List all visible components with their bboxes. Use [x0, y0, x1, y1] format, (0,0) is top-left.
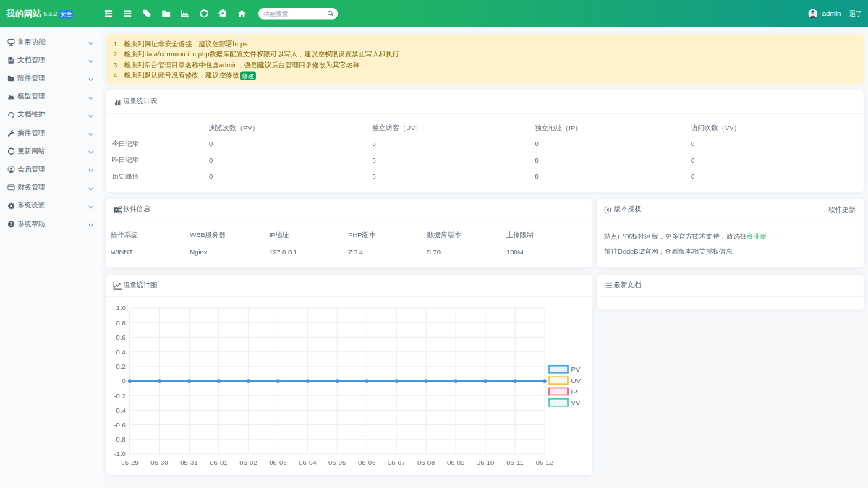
svg-text:06-03: 06-03	[269, 458, 286, 466]
svg-text:VV: VV	[571, 398, 581, 406]
svg-text:06-02: 06-02	[239, 458, 257, 466]
svg-text:05-30: 05-30	[150, 458, 168, 466]
svg-text:1.0: 1.0	[116, 304, 126, 312]
svg-text:0.8: 0.8	[116, 319, 126, 327]
svg-text:06-12: 06-12	[536, 458, 553, 466]
svg-text:06-07: 06-07	[388, 458, 405, 466]
svg-text:-0.2: -0.2	[114, 392, 125, 400]
svg-text:-0.4: -0.4	[114, 406, 126, 414]
svg-text:06-06: 06-06	[358, 458, 375, 466]
svg-text:06-10: 06-10	[477, 458, 494, 466]
svg-text:06-08: 06-08	[417, 458, 435, 466]
svg-text:PV: PV	[571, 365, 581, 373]
svg-text:06-05: 06-05	[328, 458, 346, 466]
svg-text:-0.6: -0.6	[114, 421, 125, 429]
svg-text:05-31: 05-31	[180, 458, 197, 466]
svg-text:0: 0	[122, 377, 126, 385]
svg-text:?: ?	[10, 221, 13, 226]
svg-text:06-01: 06-01	[210, 458, 227, 466]
svg-text:-0.8: -0.8	[114, 435, 125, 443]
svg-text:06-04: 06-04	[299, 458, 317, 466]
svg-text:06-09: 06-09	[447, 458, 464, 466]
svg-text:0.4: 0.4	[116, 348, 127, 356]
svg-text:0.2: 0.2	[116, 362, 126, 370]
svg-text:0.6: 0.6	[116, 333, 126, 341]
svg-text:-1.0: -1.0	[114, 450, 125, 458]
svg-text:IP: IP	[571, 388, 577, 395]
svg-text:UV: UV	[571, 377, 581, 385]
svg-text:06-11: 06-11	[506, 458, 524, 466]
svg-text:05-29: 05-29	[121, 458, 138, 466]
